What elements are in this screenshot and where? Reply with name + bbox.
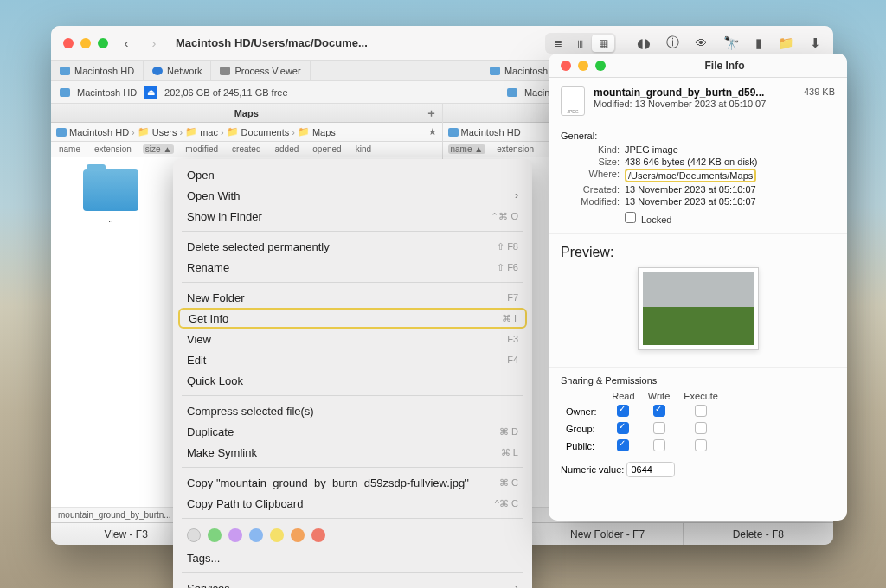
menu-duplicate[interactable]: Duplicate⌘ D: [173, 421, 532, 442]
disk-free: 202,06 GB of 245,11 GB free: [164, 87, 287, 98]
info-filesize: 439 KB: [804, 86, 835, 97]
info-where: /Users/mac/Documents/Maps: [625, 169, 756, 182]
icon-view-icon[interactable]: ▦: [592, 35, 614, 52]
status-filename: mountain_ground_by_burtn...: [58, 510, 171, 520]
add-tab-icon[interactable]: ＋: [426, 105, 437, 121]
disk-icon: [60, 88, 70, 97]
delete-button[interactable]: Delete - F8: [684, 523, 833, 545]
perm-owner-exec[interactable]: [695, 405, 707, 417]
menu-compress[interactable]: Compress selected file(s): [173, 400, 532, 421]
info-kind: JPEG image: [625, 144, 835, 155]
tab-macintosh-hd[interactable]: Macintosh HD: [51, 61, 144, 80]
menu-open-with[interactable]: Open With›: [173, 185, 532, 206]
menu-new-folder[interactable]: New FolderF7: [173, 287, 532, 308]
permissions-section: Sharing & Permissions ReadWriteExecute O…: [549, 368, 847, 484]
column-headers[interactable]: nameextension size ▲modified createdadde…: [51, 142, 442, 157]
menu-delete-permanently[interactable]: Delete selected permanently⇧ F8: [173, 236, 532, 257]
info-modified-sub: Modified: 13 November 2023 at 05:10:07: [594, 99, 766, 109]
menu-show-in-finder[interactable]: Show in Finder⌃⌘ O: [173, 206, 532, 227]
disk-icon: [507, 88, 517, 97]
close-icon[interactable]: [561, 61, 571, 71]
info-icon[interactable]: ⓘ: [666, 35, 679, 51]
forward-button[interactable]: ›: [144, 34, 164, 53]
download-icon[interactable]: ⬇: [810, 35, 821, 51]
menu-copy-file[interactable]: Copy "mountain_ground_by_burtn_d59zsdp-f…: [173, 472, 532, 493]
perm-public-exec[interactable]: [695, 439, 707, 451]
tab-process-viewer[interactable]: Process Viewer: [211, 61, 310, 80]
menu-tags[interactable]: Tags...: [173, 547, 532, 568]
left-pane-header: Maps＋: [51, 104, 442, 123]
disk-name: Macintosh HD: [77, 87, 137, 98]
general-section: General: Kind:JPEG image Size:438 646 by…: [549, 125, 847, 234]
back-button[interactable]: ‹: [117, 34, 136, 53]
menu-quick-look[interactable]: Quick Look: [173, 370, 532, 391]
zoom-icon[interactable]: [98, 38, 108, 48]
eject-icon[interactable]: ⏏: [144, 86, 157, 99]
zoom-icon[interactable]: [595, 61, 606, 71]
column-view-icon[interactable]: ⫼: [569, 35, 592, 52]
binoculars-icon[interactable]: 🔭: [723, 35, 740, 51]
folder-icon[interactable]: 📁: [778, 35, 794, 51]
info-window-title: File Info: [614, 60, 835, 72]
info-modified: 13 November 2023 at 05:10:07: [625, 196, 835, 207]
toolbar-icons: ◖◗ ⓘ 👁 🔭 ▮ 📁 ⬇: [637, 35, 821, 51]
preview-section: Preview:: [549, 234, 847, 368]
perm-owner-read[interactable]: [617, 405, 629, 417]
view-mode-segment[interactable]: ≣ ⫼ ▦: [545, 33, 616, 54]
perm-owner-write[interactable]: [653, 405, 665, 417]
traffic-lights: [63, 38, 108, 48]
numeric-permissions-input[interactable]: [626, 462, 675, 477]
archive-icon[interactable]: ▮: [755, 35, 762, 51]
minimize-icon[interactable]: [578, 61, 588, 71]
context-menu: Open Open With› Show in Finder⌃⌘ O Delet…: [173, 159, 532, 588]
toggle-icon[interactable]: ◖◗: [637, 35, 651, 51]
info-filename: mountain_ground_by_burtn_d59...: [594, 86, 766, 99]
info-header: mountain_ground_by_burtn_d59... Modified…: [549, 78, 847, 125]
locked-checkbox[interactable]: Locked: [625, 212, 835, 225]
menu-rename[interactable]: Rename⇧ F6: [173, 257, 532, 278]
chevron-right-icon: ›: [515, 189, 518, 201]
close-icon[interactable]: [63, 38, 74, 48]
file-info-window: File Info mountain_ground_by_burtn_d59..…: [549, 54, 847, 521]
preview-image: [638, 267, 759, 350]
menu-make-symlink[interactable]: Make Symlink⌘ L: [173, 442, 532, 463]
menu-open[interactable]: Open: [173, 164, 532, 185]
tab-network[interactable]: Network: [144, 61, 211, 80]
list-view-icon[interactable]: ≣: [547, 35, 569, 52]
perm-group-read[interactable]: [617, 422, 629, 434]
menu-view[interactable]: ViewF3: [173, 329, 532, 349]
minimize-icon[interactable]: [80, 38, 91, 48]
new-folder-button[interactable]: New Folder - F7: [532, 523, 683, 545]
menu-edit[interactable]: EditF4: [173, 349, 532, 370]
breadcrumb[interactable]: Macintosh HD› 📁Users› 📁mac› 📁Documents› …: [51, 123, 442, 142]
perm-public-write[interactable]: [653, 439, 665, 451]
menu-services[interactable]: Services›: [173, 578, 532, 588]
menu-copy-path[interactable]: Copy Path to Clipboard^⌘ C: [173, 493, 532, 514]
favorite-icon[interactable]: ★: [428, 126, 437, 137]
perm-group-exec[interactable]: [695, 422, 707, 434]
perm-public-read[interactable]: [617, 439, 629, 451]
eye-icon[interactable]: 👁: [695, 35, 708, 50]
tag-colors[interactable]: [173, 523, 532, 547]
info-created: 13 November 2023 at 05:10:07: [625, 184, 835, 195]
window-title: Macintosh HD/Users/mac/Docume...: [176, 36, 368, 49]
info-size: 438 646 bytes (442 KB on disk): [625, 157, 835, 167]
folder-icon: [83, 169, 138, 211]
parent-folder[interactable]: ..: [63, 169, 158, 224]
menu-get-info[interactable]: Get Info⌘ I: [178, 308, 527, 329]
file-type-icon: [561, 86, 585, 116]
perm-group-write[interactable]: [653, 422, 665, 434]
chevron-right-icon: ›: [515, 582, 518, 588]
permissions-table: ReadWriteExecute Owner: Group: Public:: [561, 389, 725, 455]
